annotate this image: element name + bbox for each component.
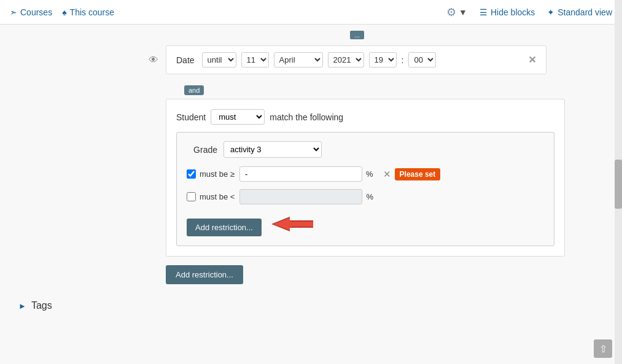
- date-hour-select[interactable]: 19: [369, 52, 397, 68]
- must-select[interactable]: must must not: [211, 109, 265, 125]
- courses-label: Courses: [20, 7, 52, 17]
- must-be-gte-remove[interactable]: ✕: [383, 169, 391, 180]
- top-navigation: ➣ Courses ♠ This course ⚙ ▼ ☰ Hide block…: [0, 0, 622, 25]
- must-be-gte-input[interactable]: [239, 166, 362, 182]
- must-be-gte-checkbox[interactable]: [187, 169, 196, 179]
- please-set-badge: Please set: [395, 168, 441, 180]
- student-row: Student must must not match the followin…: [176, 109, 554, 125]
- must-be-lt-row: must be < %: [187, 189, 544, 204]
- scrollbar-thumb[interactable]: [615, 160, 622, 209]
- tags-label: Tags: [31, 300, 52, 311]
- more-indicator-container: ...: [184, 28, 596, 39]
- date-minute-select[interactable]: 00: [408, 52, 436, 68]
- date-until-select[interactable]: until from: [202, 52, 236, 68]
- nav-actions: ⚙ ▼ ☰ Hide blocks ✦ Standard view: [446, 6, 612, 19]
- scrollbar-track: [615, 0, 622, 364]
- percent-gte: %: [366, 169, 373, 179]
- add-restriction-inner-btn[interactable]: Add restriction...: [187, 219, 262, 236]
- course-icon: ♠: [62, 7, 66, 17]
- gear-menu[interactable]: ⚙ ▼: [446, 6, 467, 19]
- standard-view-label: Standard view: [558, 7, 612, 17]
- grade-inner-box: Grade activity 3 activity 1 activity 2 m…: [176, 132, 554, 246]
- date-month-select[interactable]: April: [274, 52, 323, 68]
- match-text: match the following: [270, 112, 343, 122]
- date-close-btn[interactable]: ✕: [528, 54, 536, 66]
- add-restriction-outer-btn[interactable]: Add restriction...: [166, 265, 243, 284]
- standard-view-link[interactable]: ✦ Standard view: [547, 7, 612, 17]
- activity-select[interactable]: activity 3 activity 1 activity 2: [224, 141, 322, 158]
- add-restriction-outer-container: Add restriction...: [18, 257, 596, 284]
- restriction-outer-box: Student must must not match the followin…: [166, 99, 565, 257]
- svg-rect-2: [290, 222, 313, 227]
- tags-section: ► Tags: [18, 290, 596, 311]
- eye-icon[interactable]: 👁: [149, 55, 158, 66]
- grade-row: Grade activity 3 activity 1 activity 2: [187, 141, 544, 158]
- gear-dropdown-icon: ▼: [459, 7, 467, 17]
- must-be-lt-checkbox[interactable]: [187, 192, 196, 201]
- date-container: 👁 Date until from 11 April 2021 19 : 00: [166, 45, 534, 74]
- view-icon: ✦: [547, 7, 554, 17]
- gear-icon: ⚙: [446, 6, 456, 19]
- courses-icon: ➣: [10, 7, 17, 17]
- must-be-gte-label: must be ≥: [200, 169, 235, 179]
- scroll-up-btn[interactable]: ⇧: [594, 339, 612, 358]
- time-colon: :: [402, 55, 404, 65]
- must-be-gte-row: must be ≥ % ✕ Please set: [187, 166, 544, 182]
- main-content: ... 👁 Date until from 11 April 2021 19 :: [0, 28, 615, 323]
- blocks-icon: ☰: [480, 7, 488, 17]
- percent-lt: %: [366, 192, 373, 201]
- tags-chevron-icon[interactable]: ►: [18, 301, 26, 311]
- add-restriction-inner-container: Add restriction...: [187, 213, 544, 237]
- breadcrumb: ➣ Courses ♠ This course: [10, 7, 114, 17]
- hide-blocks-link[interactable]: ☰ Hide blocks: [480, 7, 535, 17]
- courses-link[interactable]: ➣ Courses: [10, 7, 52, 17]
- more-indicator: ...: [350, 31, 364, 39]
- date-row: Date until from 11 April 2021 19 : 00 ✕: [166, 45, 546, 74]
- grade-label: Grade: [187, 145, 217, 155]
- and-badge: and: [184, 85, 204, 95]
- must-be-lt-label: must be <: [200, 192, 235, 201]
- this-course-link[interactable]: ♠ This course: [62, 7, 114, 17]
- arrow-pointer: [271, 213, 321, 237]
- svg-marker-3: [274, 218, 290, 230]
- date-label: Date: [176, 55, 195, 65]
- this-course-label: This course: [70, 7, 114, 17]
- date-year-select[interactable]: 2021: [328, 52, 364, 68]
- must-be-lt-input[interactable]: [239, 189, 362, 204]
- and-badge-container: and: [18, 79, 596, 96]
- student-label: Student: [176, 112, 206, 122]
- hide-blocks-label: Hide blocks: [491, 7, 535, 17]
- date-day-select[interactable]: 11: [241, 52, 269, 68]
